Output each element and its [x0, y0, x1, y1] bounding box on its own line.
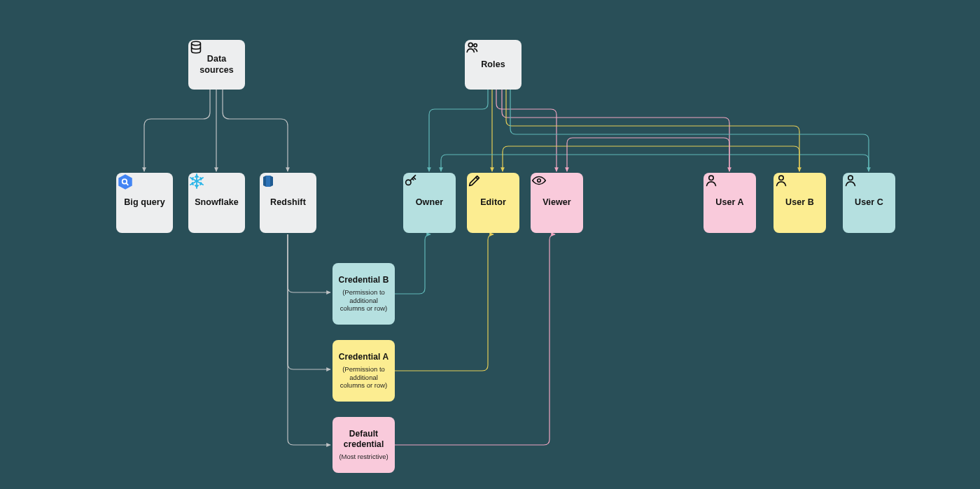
node-user-b: User B [774, 173, 826, 233]
svg-point-15 [779, 176, 783, 180]
label: Data sources [192, 54, 241, 76]
label: User C [855, 197, 883, 208]
sublabel: (Permission to additional columns or row… [337, 365, 391, 390]
label: Credential A [339, 352, 388, 362]
node-viewer: Viewer [531, 173, 583, 233]
label: Snowflake [195, 197, 239, 208]
node-roles: Roles [465, 40, 522, 90]
sublabel: (Most restrictive) [339, 453, 388, 461]
svg-point-0 [192, 41, 201, 45]
node-user-a: User A [704, 173, 756, 233]
svg-point-1 [468, 43, 472, 47]
svg-marker-11 [270, 176, 273, 187]
label: Viewer [542, 197, 571, 208]
svg-rect-9 [266, 176, 270, 187]
svg-point-13 [538, 179, 541, 183]
node-snowflake: Snowflake [188, 173, 245, 233]
label: Roles [481, 59, 505, 71]
node-user-c: User C [843, 173, 895, 233]
label: Redshift [270, 197, 306, 208]
svg-point-16 [848, 176, 853, 180]
node-credential-a: Credential A (Permission to additional c… [332, 340, 395, 402]
svg-point-2 [474, 44, 477, 47]
label: Big query [124, 197, 165, 208]
node-redshift: Redshift [260, 173, 316, 233]
sublabel: (Permission to additional columns or row… [337, 288, 391, 313]
node-bigquery: Big query [116, 173, 173, 233]
svg-marker-10 [263, 176, 266, 187]
label: User B [785, 197, 814, 208]
node-owner: Owner [403, 173, 456, 233]
node-editor: Editor [467, 173, 519, 233]
node-data-sources: Data sources [188, 40, 245, 90]
label: Credential B [339, 275, 389, 285]
label: Editor [480, 197, 506, 208]
label: Owner [416, 197, 443, 208]
node-credential-default: Default credential (Most restrictive) [332, 417, 395, 473]
svg-point-14 [709, 176, 713, 180]
label: Default credential [337, 429, 391, 450]
label: User A [715, 197, 743, 208]
node-credential-b: Credential B (Permission to additional c… [332, 263, 395, 325]
svg-marker-3 [118, 174, 132, 190]
